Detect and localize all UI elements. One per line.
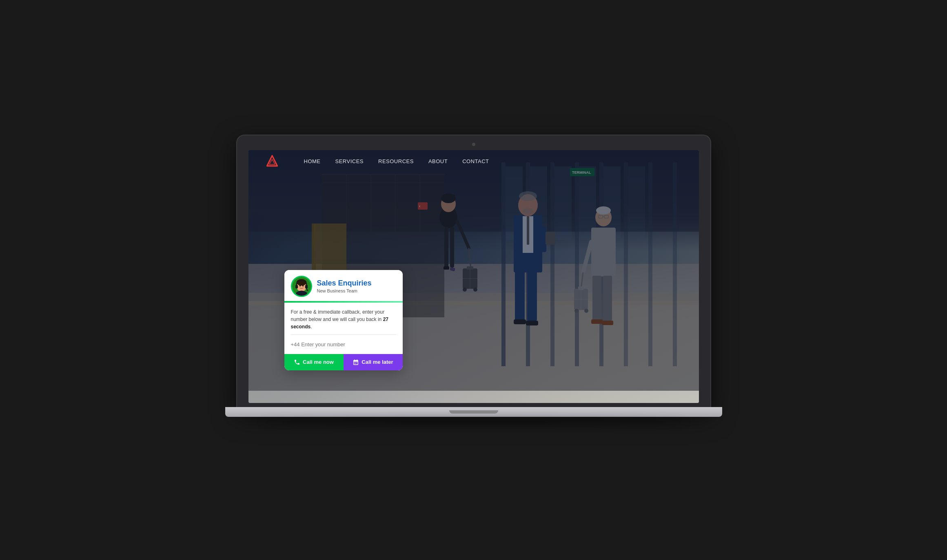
agent-avatar [291,276,312,297]
svg-point-83 [306,289,308,291]
widget-subtitle: New Business Team [317,288,396,293]
nav-home[interactable]: HOME [304,158,321,164]
laptop-notch [449,410,498,414]
call-later-button[interactable]: Call me later [344,354,403,370]
nav-services[interactable]: SERVICES [335,158,364,164]
callback-widget: Sales Enquiries New Business Team For a … [284,270,403,370]
widget-description: For a free & immediate callback, enter y… [291,308,396,330]
navbar: HOME SERVICES RESOURCES ABOUT CONTACT [248,150,699,173]
nav-resources[interactable]: RESOURCES [378,158,414,164]
laptop-wrapper: TERMINAL ‹ [237,135,710,425]
logo-icon [265,154,279,169]
calendar-icon [353,359,359,365]
nav-about[interactable]: ABOUT [428,158,448,164]
avatar-svg [292,276,311,297]
nav-links: HOME SERVICES RESOURCES ABOUT CONTACT [304,158,489,164]
svg-rect-80 [295,285,297,288]
laptop-shadow [261,418,687,425]
laptop-base [225,407,722,417]
widget-title-block: Sales Enquiries New Business Team [317,279,396,294]
call-later-label: Call me later [362,359,393,365]
phone-icon [294,359,300,365]
call-now-button[interactable]: Call me now [284,354,344,370]
svg-point-84 [299,285,301,286]
period: . [310,324,312,330]
call-now-label: Call me now [303,359,334,365]
callback-time: 27 seconds [291,317,388,330]
svg-point-85 [302,285,304,286]
logo[interactable] [265,154,279,169]
widget-title: Sales Enquiries [317,279,396,288]
camera-dot [472,143,475,146]
widget-divider [291,334,396,335]
phone-input[interactable] [291,339,396,350]
screen: TERMINAL ‹ [248,150,699,403]
laptop-bezel: TERMINAL ‹ [237,135,710,407]
widget-header: Sales Enquiries New Business Team [284,270,403,297]
widget-buttons: Call me now Call me later [284,354,403,370]
nav-contact[interactable]: CONTACT [462,158,489,164]
widget-body: For a free & immediate callback, enter y… [284,303,403,352]
